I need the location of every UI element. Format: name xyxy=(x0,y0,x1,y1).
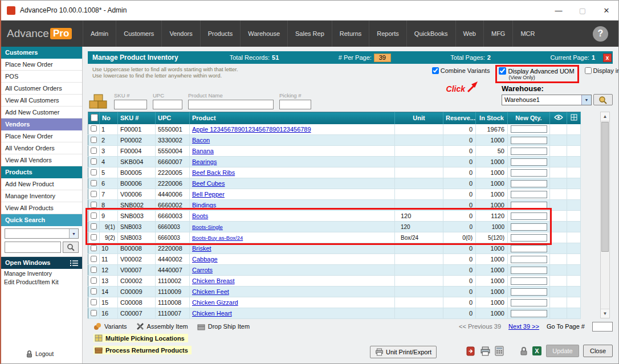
row-checkbox[interactable] xyxy=(91,234,97,240)
new-qty-input[interactable] xyxy=(511,234,547,242)
product-link[interactable]: Bacon xyxy=(192,137,210,144)
quick-search-input[interactable] xyxy=(5,242,61,253)
header-upc[interactable]: UPC xyxy=(156,112,190,124)
row-checkbox[interactable] xyxy=(91,267,97,273)
nav-item-customers[interactable]: Customers xyxy=(116,21,161,47)
quick-search-button[interactable] xyxy=(63,242,79,253)
new-qty-input[interactable] xyxy=(511,191,547,198)
close-window-button[interactable]: ✕ xyxy=(594,1,618,20)
row-checkbox[interactable] xyxy=(91,191,97,197)
display-advanced-uom-checkbox[interactable] xyxy=(499,67,506,75)
next-page-link[interactable]: Next 39 >> xyxy=(508,323,539,330)
row-checkbox[interactable] xyxy=(91,288,97,295)
row-checkbox[interactable] xyxy=(91,125,97,132)
product-link[interactable]: Chicken Heart xyxy=(192,310,232,317)
product-name-search-input[interactable] xyxy=(188,100,274,109)
sidebar-item-all-vendor-orders[interactable]: All Vendor Orders xyxy=(1,142,82,154)
row-checkbox[interactable] xyxy=(91,256,97,262)
update-button[interactable]: Update xyxy=(546,345,579,357)
nav-item-vendors[interactable]: Vendors xyxy=(161,21,199,47)
sidebar-item-place-new-order-vendor[interactable]: Place New Order xyxy=(1,130,82,142)
product-link[interactable]: Beef Back Ribs xyxy=(192,169,235,176)
maximize-button[interactable]: ▢ xyxy=(571,1,594,20)
sidebar-item-manage-inventory[interactable]: Manage Inventory xyxy=(1,190,82,202)
nav-item-returns[interactable]: Returns xyxy=(332,21,369,47)
open-window-edit-product-item-kit[interactable]: Edit Product/Item Kit xyxy=(1,277,82,286)
product-link[interactable]: Boots-Buy as-Box/24 xyxy=(192,235,243,241)
product-link[interactable]: Bearings xyxy=(192,158,217,165)
header-unit[interactable]: Unit xyxy=(395,112,443,124)
product-link[interactable]: Chicken Breast xyxy=(192,277,235,284)
picking-search-input[interactable] xyxy=(279,100,311,109)
per-page-input[interactable] xyxy=(374,54,391,62)
product-link[interactable]: Chicken Gizzard xyxy=(192,299,238,306)
row-checkbox[interactable] xyxy=(91,223,97,230)
sidebar-item-view-all-vendors[interactable]: View All Vendors xyxy=(1,154,82,166)
new-qty-input[interactable] xyxy=(511,137,547,144)
product-link[interactable]: Bell Pepper xyxy=(192,191,225,198)
sidebar-item-all-customer-orders[interactable]: All Customer Orders xyxy=(1,83,82,95)
warehouse-search-button[interactable] xyxy=(593,94,613,105)
nav-item-mcr[interactable]: MCR xyxy=(512,21,542,47)
new-qty-input[interactable] xyxy=(511,299,547,306)
nav-item-products[interactable]: Products xyxy=(200,21,240,47)
display-inactive-checkbox[interactable] xyxy=(585,67,592,74)
logout-button[interactable]: Logout xyxy=(1,345,82,363)
combine-variants-option[interactable]: Combine Variants xyxy=(432,67,490,74)
export-button[interactable] xyxy=(466,346,476,357)
new-qty-input[interactable] xyxy=(511,158,547,166)
row-checkbox[interactable] xyxy=(91,299,97,305)
open-window-manage-inventory[interactable]: Manage Inventory xyxy=(1,269,82,277)
product-link[interactable]: Bindings xyxy=(192,202,216,208)
print-button[interactable] xyxy=(480,346,491,356)
new-qty-input[interactable] xyxy=(511,310,547,317)
row-checkbox[interactable] xyxy=(91,158,97,165)
display-inactive-option[interactable]: Display inactive xyxy=(585,67,618,74)
product-link[interactable]: Beef Cubes xyxy=(192,180,225,187)
select-all-checkbox[interactable] xyxy=(91,114,98,121)
row-checkbox[interactable] xyxy=(91,310,97,316)
sidebar-item-pos[interactable]: POS xyxy=(1,71,82,83)
row-checkbox[interactable] xyxy=(91,148,97,154)
table-scrollbar[interactable]: ▲ ▼ xyxy=(600,112,610,318)
combine-variants-checkbox[interactable] xyxy=(432,67,439,74)
scroll-down-arrow[interactable]: ▼ xyxy=(601,309,609,318)
header-new-qty[interactable]: New Qty. xyxy=(508,112,550,124)
row-checkbox[interactable] xyxy=(91,180,97,186)
new-qty-input[interactable] xyxy=(511,125,547,133)
product-link[interactable]: Apple 12345678901234567890123456789 xyxy=(192,126,311,133)
excel-export-button[interactable]: X xyxy=(532,346,542,356)
nav-item-quickbooks[interactable]: QuickBooks xyxy=(406,21,455,47)
row-checkbox[interactable] xyxy=(91,277,97,284)
product-link[interactable]: Boots xyxy=(192,212,208,219)
help-icon[interactable]: ? xyxy=(593,26,608,42)
unit-print-export-button[interactable]: Unit Print/Export xyxy=(370,346,437,358)
go-to-page-input[interactable] xyxy=(592,322,613,332)
sidebar-item-view-all-customers[interactable]: View All Customers xyxy=(1,95,82,107)
lock-button[interactable] xyxy=(520,346,528,356)
nav-item-sales-rep[interactable]: Sales Rep xyxy=(287,21,332,47)
new-qty-input[interactable] xyxy=(511,256,547,263)
nav-item-mfg[interactable]: MFG xyxy=(483,21,512,47)
row-checkbox[interactable] xyxy=(91,137,97,143)
new-qty-input[interactable] xyxy=(511,180,547,187)
product-link[interactable]: Banana xyxy=(192,148,214,154)
product-link[interactable]: Boots-Single xyxy=(192,224,223,230)
nav-item-warehouse[interactable]: Warehouse xyxy=(240,21,287,47)
header-no[interactable]: No xyxy=(100,112,118,124)
new-qty-input[interactable] xyxy=(511,267,547,274)
new-qty-input[interactable] xyxy=(511,212,547,220)
scrollbar-thumb[interactable] xyxy=(601,122,609,252)
row-checkbox[interactable] xyxy=(91,169,97,175)
product-link[interactable]: Chicken Feet xyxy=(192,288,229,295)
sidebar-item-view-all-products[interactable]: View All Products xyxy=(1,202,82,214)
previous-page-link[interactable]: << Previous 39 xyxy=(459,323,501,330)
sidebar-item-add-new-product[interactable]: Add New Product xyxy=(1,178,82,190)
minimize-button[interactable]: — xyxy=(547,1,571,20)
nav-item-admin[interactable]: Admin xyxy=(83,21,116,47)
sidebar-item-add-new-customer[interactable]: Add New Customer xyxy=(1,107,82,118)
new-qty-input[interactable] xyxy=(511,288,547,296)
close-page-button[interactable]: x xyxy=(603,54,612,62)
product-link[interactable]: Cabbage xyxy=(192,256,218,263)
row-checkbox[interactable] xyxy=(91,202,97,208)
